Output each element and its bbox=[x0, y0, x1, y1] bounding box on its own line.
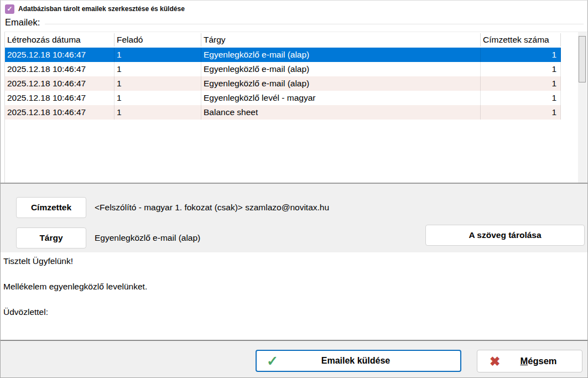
emails-table: Létrehozás dátuma Feladó Tárgy Címzettek… bbox=[4, 32, 587, 183]
cell-subject: Egyenlegközlő e-mail (alap) bbox=[201, 76, 481, 91]
cell-date: 2025.12.18 10:46:47 bbox=[5, 76, 115, 91]
groupbox-line bbox=[45, 24, 584, 24]
body-message-line: Mellékelem egyenlegközlő levelünket. bbox=[3, 282, 583, 292]
cell-recipients: 1 bbox=[481, 105, 561, 120]
cancel-button[interactable]: ✖ Mégsem bbox=[477, 350, 582, 372]
cell-subject: Egyenlegközlő e-mail (alap) bbox=[201, 62, 481, 76]
cell-recipients: 1 bbox=[481, 76, 561, 91]
store-text-button[interactable]: A szöveg tárolása bbox=[425, 225, 585, 246]
body-signoff-line: Üdvözlettel: bbox=[3, 307, 583, 317]
checked-checkbox-icon[interactable]: ✓ bbox=[5, 4, 14, 14]
subject-button[interactable]: Tárgy bbox=[16, 227, 86, 248]
table-row[interactable]: 2025.12.18 10:46:471Egyenlegközlő levél … bbox=[5, 91, 561, 105]
column-header-created[interactable]: Létrehozás dátuma bbox=[5, 33, 115, 46]
cell-date: 2025.12.18 10:46:47 bbox=[5, 105, 115, 120]
cell-recipients: 1 bbox=[481, 48, 561, 62]
send-button-label: Emailek küldése bbox=[284, 356, 460, 366]
cell-sender: 1 bbox=[115, 76, 201, 91]
edit-send-checkbox-row: ✓ Adatbázisban tárolt emailek szerkeszté… bbox=[5, 4, 185, 14]
cell-subject: Egyenlegközlő levél - magyar bbox=[201, 91, 481, 105]
checkbox-label: Adatbázisban tárolt emailek szerkesztése… bbox=[18, 5, 185, 13]
cancel-button-label: Mégsem bbox=[507, 356, 582, 366]
table-header: Létrehozás dátuma Feladó Tárgy Címzettek… bbox=[5, 32, 561, 48]
column-header-subject[interactable]: Tárgy bbox=[201, 33, 481, 46]
cell-sender: 1 bbox=[115, 105, 201, 120]
cell-sender: 1 bbox=[115, 62, 201, 76]
body-greeting-line: Tisztelt Ügyfelünk! bbox=[3, 256, 583, 266]
cell-subject: Balance sheet bbox=[201, 105, 481, 120]
cell-date: 2025.12.18 10:46:47 bbox=[5, 91, 115, 105]
recipients-value: <Felszólító - magyar 1. fokozat (csak)> … bbox=[95, 197, 329, 218]
cell-recipients: 1 bbox=[481, 62, 561, 76]
cell-sender: 1 bbox=[115, 91, 201, 105]
x-icon: ✖ bbox=[490, 351, 507, 371]
table-row[interactable]: 2025.12.18 10:46:471Egyenlegközlő e-mail… bbox=[5, 48, 561, 62]
scrollbar-thumb[interactable] bbox=[579, 36, 586, 82]
cell-date: 2025.12.18 10:46:47 bbox=[5, 48, 115, 62]
subject-value: Egyenlegközlő e-mail (alap) bbox=[95, 227, 200, 248]
cell-subject: Egyenlegközlő e-mail (alap) bbox=[201, 48, 481, 62]
emails-groupbox-header: Emailek: bbox=[5, 17, 584, 28]
check-icon: ✓ bbox=[267, 351, 284, 371]
email-send-dialog: ✓ Adatbázisban tárolt emailek szerkeszté… bbox=[0, 0, 588, 378]
footer-divider bbox=[1, 340, 587, 341]
cell-recipients: 1 bbox=[481, 91, 561, 105]
cell-date: 2025.12.18 10:46:47 bbox=[5, 62, 115, 76]
emails-group-label: Emailek: bbox=[5, 17, 40, 28]
cell-sender: 1 bbox=[115, 48, 201, 62]
send-emails-button[interactable]: ✓ Emailek küldése bbox=[256, 350, 461, 372]
column-header-recipient-count[interactable]: Címzettek száma bbox=[481, 33, 561, 46]
table-row[interactable]: 2025.12.18 10:46:471Balance sheet1 bbox=[5, 105, 561, 120]
column-header-sender[interactable]: Feladó bbox=[115, 33, 201, 46]
recipients-button[interactable]: Címzettek bbox=[16, 197, 86, 218]
email-body-editor[interactable]: Tisztelt Ügyfelünk! Mellékelem egyenlegk… bbox=[1, 252, 587, 340]
table-scrollbar[interactable] bbox=[578, 32, 587, 183]
table-row[interactable]: 2025.12.18 10:46:471Egyenlegközlő e-mail… bbox=[5, 62, 561, 76]
table-row[interactable]: 2025.12.18 10:46:471Egyenlegközlő e-mail… bbox=[5, 76, 561, 91]
table-body: 2025.12.18 10:46:471Egyenlegközlő e-mail… bbox=[5, 48, 561, 120]
